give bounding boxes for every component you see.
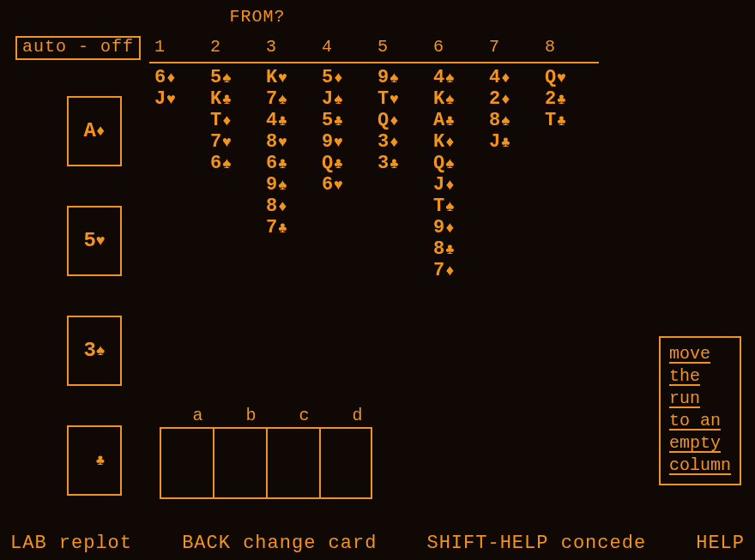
card[interactable]: T♥	[378, 90, 433, 109]
card[interactable]: K♣	[210, 90, 266, 109]
foundation-pile-3[interactable]: 3♠	[67, 316, 122, 386]
column-headers: 12345678	[154, 39, 601, 56]
card[interactable]: 8♦	[266, 197, 322, 216]
card[interactable]: 9♠	[266, 176, 322, 195]
cmd-help[interactable]: HELP	[696, 534, 745, 553]
column-header-2[interactable]: 2	[210, 39, 266, 56]
card[interactable]: 2♣	[545, 90, 601, 109]
freecell-d[interactable]	[319, 427, 372, 499]
card[interactable]: Q♠	[433, 154, 489, 173]
hint-line: the	[669, 365, 731, 388]
tableau-column-1[interactable]: 6♦J♥	[154, 69, 210, 280]
card[interactable]: 9♦	[433, 219, 489, 238]
foundation-pile-2[interactable]: 5♥	[67, 206, 122, 276]
freecell-label-d: d	[331, 407, 384, 425]
tableau-column-3[interactable]: K♥7♠4♣8♥6♣9♠8♦7♣	[266, 69, 322, 280]
card[interactable]: 7♣	[266, 219, 322, 238]
cmd-shift[interactable]: SHIFT-HELP concede	[426, 534, 646, 553]
card[interactable]: 4♣	[266, 111, 322, 130]
card[interactable]: 2♦	[489, 90, 545, 109]
command-bar: LAB replot BACK change card SHIFT-HELP c…	[0, 534, 755, 553]
card[interactable]: 7♦	[433, 262, 489, 280]
hint-line: to an	[669, 410, 731, 432]
tableau-column-7[interactable]: 4♦2♦8♠J♣	[489, 69, 545, 280]
card[interactable]: Q♥	[545, 69, 601, 87]
card[interactable]: 9♠	[378, 69, 433, 87]
card[interactable]: 6♦	[154, 69, 210, 87]
card[interactable]: 6♠	[210, 154, 266, 173]
hint-line: run	[669, 388, 731, 410]
card[interactable]: 7♠	[266, 90, 322, 109]
foundation-pile-1[interactable]: A♦	[67, 96, 122, 166]
header-rule	[149, 62, 599, 63]
card[interactable]: Q♣	[322, 154, 378, 173]
card[interactable]: 6♥	[322, 176, 378, 195]
freecell-label-c: c	[278, 407, 331, 425]
card[interactable]: 5♣	[322, 111, 378, 130]
card[interactable]: J♥	[154, 90, 210, 109]
card[interactable]: K♥	[266, 69, 322, 87]
card[interactable]: K♠	[433, 90, 489, 109]
hint-line: move	[669, 343, 731, 365]
freecells	[160, 427, 372, 499]
auto-toggle[interactable]: auto - off	[15, 36, 141, 60]
card[interactable]: 6♣	[266, 154, 322, 173]
card[interactable]: 8♠	[489, 111, 545, 130]
column-header-6[interactable]: 6	[433, 39, 489, 56]
hint-line: empty	[669, 432, 731, 455]
freecell-label-a: a	[172, 407, 225, 425]
column-header-1[interactable]: 1	[154, 39, 210, 56]
card[interactable]: 5♦	[322, 69, 378, 87]
card[interactable]: J♣	[489, 133, 545, 152]
column-header-4[interactable]: 4	[322, 39, 378, 56]
card[interactable]: T♣	[545, 111, 601, 130]
tableau-column-5[interactable]: 9♠T♥Q♦3♦3♣	[378, 69, 433, 280]
column-header-8[interactable]: 8	[545, 39, 601, 56]
card[interactable]: 3♦	[378, 133, 433, 152]
tableau-column-2[interactable]: 5♠K♣T♦7♥6♠	[210, 69, 266, 280]
card[interactable]: 8♣	[433, 240, 489, 259]
cmd-back[interactable]: BACK change card	[182, 534, 377, 553]
hint-line: column	[669, 455, 731, 477]
card[interactable]: 4♦	[489, 69, 545, 87]
prompt-text: FROM?	[0, 9, 515, 26]
freecell-b[interactable]	[213, 427, 266, 499]
cmd-lab[interactable]: LAB replot	[10, 534, 132, 553]
tableau: 6♦J♥5♠K♣T♦7♥6♠K♥7♠4♣8♥6♣9♠8♦7♣5♦J♠5♣9♥Q♣…	[154, 69, 601, 280]
card[interactable]: 8♥	[266, 133, 322, 152]
card[interactable]: T♠	[433, 197, 489, 216]
foundation-pile-4[interactable]: ♣	[67, 425, 122, 496]
card[interactable]: 9♥	[322, 133, 378, 152]
tableau-column-8[interactable]: Q♥2♣T♣	[545, 69, 601, 280]
tableau-column-6[interactable]: 4♠K♠A♣K♦Q♠J♦T♠9♦8♣7♦	[433, 69, 489, 280]
card[interactable]: 7♥	[210, 133, 266, 152]
card[interactable]: K♦	[433, 133, 489, 152]
freecell-labels: abcd	[172, 407, 384, 425]
card[interactable]: 4♠	[433, 69, 489, 87]
freecell-a[interactable]	[160, 427, 213, 499]
card[interactable]: A♣	[433, 111, 489, 130]
card[interactable]: 3♣	[378, 154, 433, 173]
card[interactable]: J♦	[433, 176, 489, 195]
card[interactable]: T♦	[210, 111, 266, 130]
column-header-7[interactable]: 7	[489, 39, 545, 56]
hint-box: movetherunto anemptycolumn	[659, 336, 741, 485]
card[interactable]: J♠	[322, 90, 378, 109]
card[interactable]: 5♠	[210, 69, 266, 87]
column-header-5[interactable]: 5	[378, 39, 433, 56]
freecell-c[interactable]	[266, 427, 319, 499]
freecell-label-b: b	[225, 407, 278, 425]
tableau-column-4[interactable]: 5♦J♠5♣9♥Q♣6♥	[322, 69, 378, 280]
column-header-3[interactable]: 3	[266, 39, 322, 56]
card[interactable]: Q♦	[378, 111, 433, 130]
